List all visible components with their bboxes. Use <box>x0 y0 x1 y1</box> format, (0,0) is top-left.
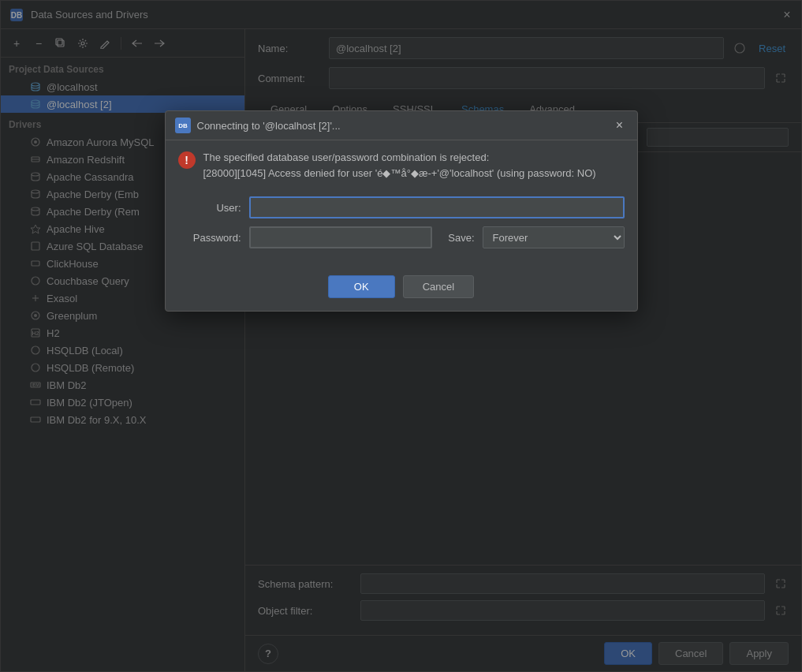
dialog-title: Connecting to '@localhost [2]'... <box>197 120 606 132</box>
error-text: The specified database user/password com… <box>203 150 596 181</box>
user-row: User: <box>178 196 625 218</box>
dialog-cancel-button[interactable]: Cancel <box>403 275 474 298</box>
error-line2: [28000][1045] Access denied for user 'é◆… <box>203 166 596 181</box>
connection-dialog: DB Connecting to '@localhost [2]'... × !… <box>165 110 638 312</box>
dialog-error: ! The specified database user/password c… <box>166 140 637 190</box>
password-row: Password: Save: Forever Until restart Ne… <box>178 226 625 248</box>
dialog-title-bar: DB Connecting to '@localhost [2]'... × <box>166 111 637 140</box>
dialog-close-button[interactable]: × <box>612 118 628 133</box>
save-label: Save: <box>448 232 474 244</box>
error-line1: The specified database user/password com… <box>203 150 596 166</box>
dialog-buttons: OK Cancel <box>166 269 637 311</box>
dialog-app-icon: DB <box>175 118 191 133</box>
svg-text:DB: DB <box>178 122 188 129</box>
error-icon: ! <box>178 151 196 169</box>
save-select[interactable]: Forever Until restart Never <box>483 226 625 248</box>
password-label: Password: <box>178 232 241 244</box>
user-label: User: <box>178 202 241 214</box>
user-input[interactable] <box>249 196 625 218</box>
dialog-fields: User: Password: Save: Forever Until rest… <box>166 190 637 269</box>
modal-overlay: DB Connecting to '@localhost [2]'... × !… <box>0 0 802 672</box>
dialog-ok-button[interactable]: OK <box>328 275 395 298</box>
password-input[interactable] <box>249 226 433 248</box>
